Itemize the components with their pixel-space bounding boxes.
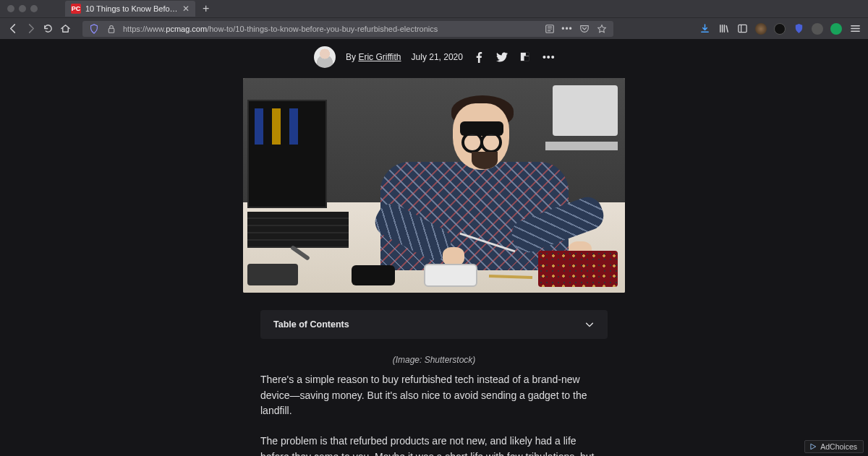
by-label: By: [346, 52, 356, 62]
svg-rect-2: [738, 25, 746, 32]
tab-favicon: PC: [71, 4, 81, 14]
back-button[interactable]: [7, 23, 19, 35]
toolbar-right: [699, 23, 861, 35]
svg-rect-5: [526, 53, 529, 56]
adchoices-badge[interactable]: AdChoices: [804, 440, 864, 453]
library-icon[interactable]: [718, 23, 729, 35]
new-tab-button[interactable]: +: [203, 2, 209, 15]
chevron-down-icon: [584, 319, 595, 330]
extension-4-icon[interactable]: [830, 23, 842, 35]
facebook-icon[interactable]: [473, 51, 485, 63]
author-avatar[interactable]: [314, 46, 336, 68]
share-row: •••: [473, 51, 554, 63]
extension-3-icon[interactable]: [812, 23, 823, 35]
svg-rect-4: [524, 56, 529, 61]
address-bar[interactable]: https://www.pcmag.com/how-to/10-things-t…: [82, 21, 613, 37]
window-controls[interactable]: [4, 5, 43, 12]
traffic-close[interactable]: [7, 5, 14, 12]
bookmark-star-icon[interactable]: [596, 23, 608, 35]
url-text: https://www.pcmag.com/how-to/10-things-t…: [123, 25, 538, 33]
reload-button[interactable]: [42, 23, 54, 35]
traffic-minimize[interactable]: [19, 5, 26, 12]
tab-close-icon[interactable]: ✕: [182, 4, 190, 14]
flipboard-icon[interactable]: [519, 51, 531, 63]
adchoices-label: AdChoices: [820, 442, 857, 451]
svg-rect-0: [109, 28, 114, 33]
url-prefix: https://www.: [123, 25, 166, 33]
reader-mode-icon[interactable]: [544, 23, 556, 35]
page-actions-icon[interactable]: •••: [561, 23, 573, 35]
publish-date: July 21, 2020: [412, 52, 463, 62]
nav-toolbar: https://www.pcmag.com/how-to/10-things-t…: [0, 17, 868, 39]
forward-button[interactable]: [25, 23, 36, 35]
byline: By Eric Griffith July 21, 2020 •••: [0, 39, 868, 78]
home-button[interactable]: [59, 23, 71, 35]
browser-tab[interactable]: PC 10 Things to Know Before You B... ✕: [65, 1, 195, 17]
extension-1-icon[interactable]: [755, 23, 767, 35]
url-host: pcmag.com: [166, 25, 207, 33]
extension-2-icon[interactable]: [774, 23, 786, 35]
pocket-icon[interactable]: [579, 23, 590, 35]
article-body: There's a simple reason to buy refurbish…: [260, 372, 608, 456]
page-content: By Eric Griffith July 21, 2020 •••: [0, 39, 868, 456]
app-menu-icon[interactable]: [849, 23, 861, 35]
adchoices-icon: [809, 443, 817, 450]
more-share-icon[interactable]: •••: [542, 51, 554, 63]
tab-strip: PC 10 Things to Know Before You B... ✕ +: [0, 0, 868, 17]
sidebar-icon[interactable]: [736, 23, 748, 35]
author-block: By Eric Griffith: [346, 52, 401, 62]
lock-icon[interactable]: [106, 23, 117, 35]
tab-title: 10 Things to Know Before You B...: [85, 4, 178, 13]
twitter-icon[interactable]: [496, 51, 508, 63]
traffic-zoom[interactable]: [30, 5, 38, 12]
downloads-icon[interactable]: [699, 23, 710, 35]
hero-image-wrap: [0, 78, 868, 293]
image-caption: (Image: Shutterstock): [260, 355, 608, 365]
table-of-contents-toggle[interactable]: Table of Contents: [260, 310, 608, 339]
article-body-wrap: Table of Contents (Image: Shutterstock) …: [260, 310, 608, 456]
extension-shield-icon[interactable]: [793, 23, 804, 35]
browser-chrome: PC 10 Things to Know Before You B... ✕ +: [0, 0, 868, 39]
hero-image: [243, 78, 625, 293]
toc-label: Table of Contents: [273, 319, 349, 330]
author-link[interactable]: Eric Griffith: [358, 52, 401, 62]
paragraph: There's a simple reason to buy refurbish…: [260, 372, 608, 419]
tracking-shield-icon[interactable]: [88, 23, 100, 35]
paragraph: The problem is that refurbed products ar…: [260, 434, 608, 456]
url-path: /how-to/10-things-to-know-before-you-buy…: [207, 25, 438, 33]
